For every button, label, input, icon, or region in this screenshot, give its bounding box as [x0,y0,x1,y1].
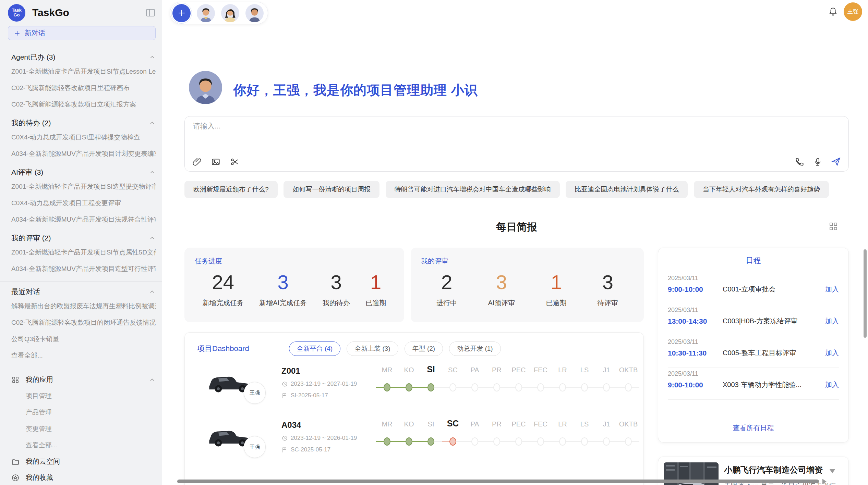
section-title: 最近对话 [11,287,40,297]
tab-model-year[interactable]: 年型 (2) [405,341,443,356]
image-icon[interactable] [211,157,220,166]
task-progress-card: 任务进度 24新增完成任务 3新增AI完成任务 3我的待办 1已逾期 [184,248,404,322]
assistant-switcher [170,2,268,24]
tab-new-platform[interactable]: 全新平台 (4) [289,341,341,356]
assistant-avatar-3[interactable] [245,4,264,22]
suggestion-chip[interactable]: 当下年轻人对汽车外观有怎样的喜好趋势 [694,181,829,198]
recent-chat-item[interactable]: 公司Q3轻卡销量 [11,331,156,347]
sidebar-task-item[interactable]: Z001-全新燃油轻卡产品开发项目SI造型提交物评审 [11,178,156,195]
milestone-label: SI [420,420,442,428]
project-dashboard-card: 项目Dashboard 全新平台 (4) 全新上装 (3) 年型 (2) 动总开… [184,332,644,485]
app-link-project-mgmt[interactable]: 项目管理 [26,388,156,404]
milestone-dot [537,437,544,446]
sidebar-task-item[interactable]: C02-飞腾新能源轻客改款项目里程碑画布 [11,80,156,96]
app-title: TaskGo [32,7,145,18]
project-code: A034 [281,420,367,430]
microphone-icon[interactable] [813,157,822,166]
milestone-label-current: SI [420,364,442,374]
scroll-down-arrow[interactable] [830,469,835,473]
tab-new-body[interactable]: 全新上装 (3) [347,341,398,356]
join-button[interactable]: 加入 [825,348,839,358]
sidebar-task-item[interactable]: Z001-全新燃油皮卡产品开发项目SI节点Lesson Learn报告 [11,63,156,80]
cloud-space-label: 我的云空间 [26,457,156,466]
sidebar-item-my-apps[interactable]: 我的应用 [11,372,156,388]
section-header-recent-chats[interactable]: 最近对话 [11,287,156,297]
project-row[interactable]: 王强 A034 2023-12-19 ~ 2026-01-19 SC-2025-… [197,420,632,468]
stat: 1已逾期 [365,271,386,308]
milestone-label: MR [376,366,398,374]
user-avatar[interactable]: 王强 [844,2,862,21]
assistant-avatar-1[interactable] [197,4,215,22]
divider [668,399,839,400]
milestone-dot [537,383,544,391]
attachment-icon[interactable] [192,157,202,166]
sidebar-item-cloud-space[interactable]: 我的云空间 [11,453,156,470]
section-header-my-todo[interactable]: 我的待办 (2) [11,118,156,128]
scroll-right-arrow[interactable] [822,479,827,484]
add-assistant-button[interactable] [172,4,191,22]
my-apps-label: 我的应用 [26,375,149,384]
app-link-change-mgmt[interactable]: 变更管理 [26,421,156,437]
stat: 3新增AI完成任务 [259,271,307,308]
milestone-dot [625,437,632,446]
schedule-title: 日程 [658,248,848,266]
suggestion-chip[interactable]: 特朗普可能对进口汽车增税会对中国车企造成哪些影响 [386,181,560,198]
plus-icon [177,9,186,17]
assistant-avatar-2[interactable] [221,4,239,22]
sidebar-task-item[interactable]: C0X4-动力总成开发项目工程变更评审 [11,195,156,211]
send-icon[interactable] [831,157,841,166]
collapse-sidebar-icon[interactable] [145,8,156,18]
suggestion-chip[interactable]: 如何写一份清晰的项目周报 [284,181,379,198]
milestone-dot [581,437,588,446]
app-link-product-mgmt[interactable]: 产品管理 [26,404,156,421]
section-header-agent-done[interactable]: Agent已办 (3) [11,52,156,62]
project-dates: 2023-12-19 ~ 2027-01-19 [281,381,367,387]
chat-input[interactable] [193,122,707,130]
stat: 3我的待办 [323,271,350,308]
notification-bell-icon[interactable] [828,7,838,18]
layout-grid-icon[interactable] [828,221,839,233]
scissors-icon[interactable] [230,157,239,166]
horizontal-scrollbar[interactable] [177,480,819,483]
new-chat-button[interactable]: 新对话 [8,26,156,40]
milestone-label: J1 [595,366,617,374]
sidebar-task-item[interactable]: A034-全新新能源MUV产品开发项目计划变更表编写 [11,146,156,162]
tab-powertrain[interactable]: 动总开发 (1) [449,341,501,356]
greeting-text: 你好，王强，我是你的项目管理助理 小识 [233,82,478,99]
suggestion-chip[interactable]: 欧洲新规最近颁布了什么? [184,181,278,198]
sidebar-task-item[interactable]: C02-飞腾新能源轻客改款项目立项汇报方案 [11,96,156,113]
sidebar-task-item[interactable]: Z001-全新燃油轻卡产品开发项目SI节点属性5D文件评审 [11,244,156,261]
recent-chat-item[interactable]: C02-飞腾新能源轻客改款项目的闭环通告反馈情况 [11,314,156,331]
dashboard-title: 项目Dashboard [197,344,249,354]
chevron-up-icon [149,54,156,61]
view-all-schedule-link[interactable]: 查看所有日程 [658,423,848,433]
section-header-ai-review[interactable]: AI评审 (3) [11,167,156,177]
section-title: 我的评审 (2) [11,233,51,243]
stat: 1已逾期 [546,271,567,308]
sidebar-item-favorites[interactable]: 我的收藏 [11,470,156,485]
sidebar-lists: Agent已办 (3) Z001-全新燃油皮卡产品开发项目SI节点Lesson … [0,43,162,485]
recent-chat-item[interactable]: 解释最新出台的欧盟报废车法规再生塑料比例被调至15%... [11,298,156,314]
join-button[interactable]: 加入 [825,380,839,389]
milestone-dot-done [427,437,434,446]
vertical-scrollbar[interactable] [864,249,867,338]
section-header-my-review[interactable]: 我的评审 (2) [11,233,156,243]
suggestion-chip[interactable]: 比亚迪全固态电池计划具体说了什么 [566,181,688,198]
project-row[interactable]: 王强 Z001 2023-12-19 ~ 2027-01-19 SI-2025-… [197,365,632,413]
project-flag-date: SC-2025-05-17 [281,446,367,453]
new-chat-label: 新对话 [25,28,45,38]
main-area: 王强 你好，王强，我是你的项目管理助理 小识 欧洲新规最近颁布了什么? 如何写一 [162,0,868,485]
chevron-up-icon [149,235,156,241]
recent-chats-view-all[interactable]: 查看全部... [11,347,156,364]
join-button[interactable]: 加入 [825,316,839,326]
apps-view-all[interactable]: 查看全部... [26,437,156,453]
phone-icon[interactable] [795,157,804,166]
join-button[interactable]: 加入 [825,285,839,294]
sidebar-task-item[interactable]: C0X4-动力总成开发项目SI里程碑提交物检查 [11,129,156,146]
sidebar-task-item[interactable]: A034-全新新能源MUV产品开发项目法规符合性评审 [11,211,156,228]
sidebar-header: Task Go TaskGo [0,0,162,25]
sidebar-task-item[interactable]: A034-全新新能源MUV产品开发项目造型可行性评审 [11,261,156,277]
news-title: 小鹏飞行汽车制造公司增资 [724,464,843,475]
schedule-item: 2025/03/11 9:00-10:00 X003-车辆动力学性能验... 加… [668,368,839,399]
milestone-label: LR [552,420,574,428]
